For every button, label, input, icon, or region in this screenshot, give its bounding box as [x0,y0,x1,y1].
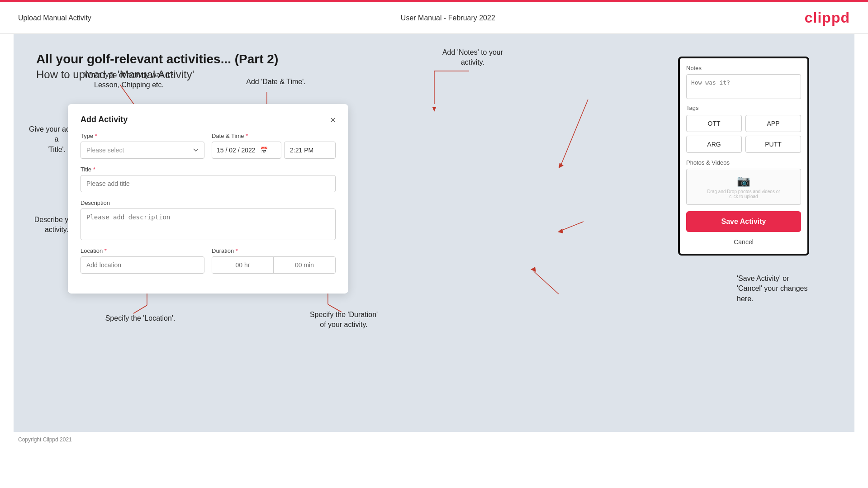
annotation-notes: Add 'Notes' to your activity. [421,47,525,68]
footer: Copyright Clippd 2021 [0,432,868,447]
datetime-label: Date & Time * [212,133,336,139]
annotation-what-type: What type of activity was it? Lesson, Ch… [84,70,174,90]
svg-marker-18 [432,107,436,112]
annotation-datetime: Add 'Date & Time'. [235,77,317,87]
tag-putt[interactable]: PUTT [745,136,801,153]
tags-grid: OTT APP ARG PUTT [686,115,801,153]
duration-label: Duration * [212,247,336,254]
duration-min-input[interactable] [274,257,335,273]
photos-drop-text: Drag and Drop photos and videos or click… [707,189,780,199]
duration-hr-input[interactable] [212,257,274,273]
annotation-save-cancel: 'Save Activity' or 'Cancel' your changes… [737,274,841,304]
duration-group: Duration * [212,247,336,274]
photos-label: Photos & Videos [686,159,801,166]
annotation-location: Specify the 'Location'. [102,313,179,323]
photo-icon: 📷 [737,175,750,187]
cancel-button[interactable]: Cancel [686,237,801,247]
date-display[interactable]: 15 / 02 / 2022 📅 [212,142,281,159]
date-value: 15 / 02 / 2022 [217,147,256,154]
location-group: Location * [81,247,204,274]
main-content: All your golf-relevant activities... (Pa… [14,34,854,432]
calendar-icon[interactable]: 📅 [260,147,268,154]
datetime-group: Date & Time * 15 / 02 / 2022 📅 2:21 PM [212,133,336,159]
header-center: User Manual - February 2022 [401,14,495,22]
notes-label: Notes [686,65,801,71]
copyright-text: Copyright Clippd 2021 [18,436,72,443]
location-input[interactable] [81,256,204,274]
form-row-type-datetime: Type * Please select Date & Time * 15 / … [81,133,336,159]
form-row-location-duration: Location * Duration * [81,247,336,274]
svg-line-21 [561,222,583,231]
logo: clippd [805,9,850,26]
type-group: Type * Please select [81,133,204,159]
dialog-title: Add Activity [81,115,128,124]
svg-line-23 [534,271,559,294]
title-input[interactable] [81,175,336,192]
duration-inputs [212,256,336,274]
datetime-inputs: 15 / 02 / 2022 📅 2:21 PM [212,142,336,159]
svg-marker-24 [531,267,536,272]
svg-marker-20 [559,163,564,168]
add-activity-dialog: Add Activity × Type * Please select Date… [68,104,348,294]
annotation-duration: Specify the 'Duration' of your activity. [294,310,394,330]
header-left: Upload Manual Activity [18,14,91,22]
save-activity-button[interactable]: Save Activity [686,211,801,232]
phone-screen: Notes Tags OTT APP ARG PUTT Photos & Vid… [678,57,809,256]
tags-label: Tags [686,104,801,111]
photos-drop-area[interactable]: 📷 Drag and Drop photos and videos or cli… [686,169,801,205]
description-label: Description [81,199,336,206]
dialog-close-button[interactable]: × [330,115,336,124]
header: Upload Manual Activity User Manual - Feb… [0,2,868,34]
tag-app[interactable]: APP [745,115,801,132]
description-group: Description [81,199,336,240]
notes-input[interactable] [686,74,801,99]
tag-ott[interactable]: OTT [686,115,742,132]
svg-marker-22 [558,228,563,233]
svg-line-19 [561,99,588,165]
description-input[interactable] [81,208,336,240]
time-display[interactable]: 2:21 PM [284,142,336,159]
phone-panel: Notes Tags OTT APP ARG PUTT Photos & Vid… [678,57,809,256]
location-label: Location * [81,247,204,254]
type-label: Type * [81,133,204,139]
type-select[interactable]: Please select [81,142,204,159]
svg-line-12 [133,305,147,313]
title-group: Title * [81,166,336,192]
tag-arg[interactable]: ARG [686,136,742,153]
title-label: Title * [81,166,336,173]
